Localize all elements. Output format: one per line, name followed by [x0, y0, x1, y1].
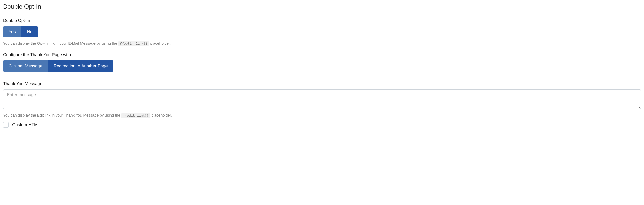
thank-you-config-field: Configure the Thank You Page with Custom… — [3, 52, 641, 75]
opt-in-help-prefix: You can display the Opt-In link in your … — [3, 41, 118, 45]
section-title: Double Opt-In — [3, 3, 641, 13]
opt-in-help-suffix: placeholder. — [150, 41, 171, 45]
thank-you-help-text: You can display the Edit link in your Th… — [3, 113, 641, 118]
opt-in-no-button[interactable]: No — [21, 26, 38, 37]
opt-in-yes-button[interactable]: Yes — [3, 26, 21, 37]
thank-you-message-field: Thank You Message You can display the Ed… — [3, 81, 641, 118]
edit-link-placeholder-code: {{edit_link}} — [121, 113, 150, 118]
double-opt-in-label: Double Opt-In — [3, 18, 641, 23]
double-opt-in-field: Double Opt-In Yes No You can display the… — [3, 18, 641, 46]
optin-link-placeholder-code: {{optin_link}} — [118, 41, 149, 46]
custom-html-label: Custom HTML — [12, 122, 40, 127]
thank-you-message-label: Thank You Message — [3, 81, 641, 86]
double-opt-in-toggle: Yes No — [3, 26, 38, 37]
thank-you-message-input[interactable] — [3, 89, 641, 109]
thank-you-config-label: Configure the Thank You Page with — [3, 52, 641, 57]
custom-message-button[interactable]: Custom Message — [3, 60, 48, 72]
redirect-button[interactable]: Redirection to Another Page — [48, 60, 113, 72]
custom-html-row: Custom HTML — [3, 122, 641, 128]
thank-you-help-suffix: placeholder. — [151, 113, 172, 117]
thank-you-config-toggle: Custom Message Redirection to Another Pa… — [3, 60, 113, 72]
opt-in-help-text: You can display the Opt-In link in your … — [3, 41, 641, 46]
thank-you-help-prefix: You can display the Edit link in your Th… — [3, 113, 121, 117]
custom-html-checkbox[interactable] — [3, 122, 9, 128]
